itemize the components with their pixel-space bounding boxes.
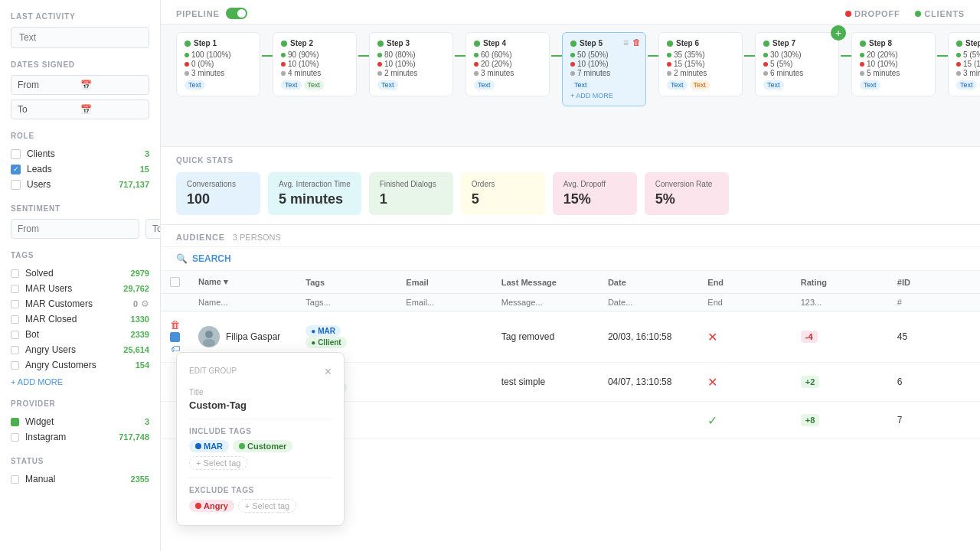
step-5-add-more[interactable]: + ADD MORE (570, 92, 638, 99)
col-email: Email (397, 271, 492, 294)
provider-label-widget: Widget (25, 416, 145, 427)
tag-count-angry-users: 25,614 (123, 345, 149, 354)
popup-dot-customer (239, 443, 245, 449)
filter-end[interactable] (707, 298, 782, 307)
status-count-manual: 2355 (131, 474, 149, 484)
role-checkbox-clients[interactable] (11, 149, 21, 159)
col-rating: Rating (792, 271, 888, 294)
pipeline-step-7[interactable]: + Step 7 30 (30%) 5 (5%) 6 minutes Text (755, 32, 839, 96)
step-7-plus-icon[interactable]: + (831, 25, 846, 41)
tag-item-mar-closed[interactable]: MAR Closed 1330 (11, 311, 149, 327)
popup-include-select-tag[interactable]: + Select tag (189, 456, 247, 470)
tags-add-more-link[interactable]: + ADD MORE (11, 377, 63, 386)
tag-checkbox-mar-users[interactable] (11, 285, 19, 293)
status-checkbox-manual[interactable] (11, 475, 19, 484)
popup-close-button[interactable]: × (325, 365, 332, 379)
step-8-row-2: 10 (10%) (860, 60, 927, 68)
dates-signed-section-title: DATES SIGNED (11, 60, 149, 69)
role-checkbox-users[interactable] (11, 180, 21, 190)
tag-checkbox-angry-users[interactable] (11, 346, 19, 354)
tag-checkbox-angry-customers[interactable] (11, 361, 19, 370)
audience-header: AUDIENCE 3 PERSONS (161, 225, 980, 247)
from-date-row[interactable]: From 📅 (11, 75, 149, 95)
edit-group-popup: EDIT GROUP × Title Custom-Tag Include ta… (176, 352, 345, 526)
popup-dot-angry (195, 503, 201, 509)
pipeline-step-9[interactable]: Step 9 5 (5%) 15 (15%) 3 minutes TextTex… (948, 32, 980, 96)
popup-tag-angry[interactable]: Angry (189, 500, 234, 512)
step-4-row-1: 60 (60%) (474, 51, 541, 59)
popup-exclude-select-tag[interactable]: + Select tag (238, 499, 296, 513)
select-all-checkbox[interactable] (170, 277, 180, 287)
filter-id[interactable] (897, 298, 971, 307)
tag-item-angry-customers[interactable]: Angry Customers 154 (11, 357, 149, 373)
last-activity-input[interactable] (11, 27, 149, 48)
filter-name[interactable] (198, 298, 287, 307)
tag-item-mar-users[interactable]: MAR Users 29,762 (11, 281, 149, 296)
pipeline-step-1[interactable]: Step 1 100 (100%) 0 (0%) 3 minutes Text (176, 32, 260, 96)
pipeline-step-5[interactable]: ≡ 🗑 Step 5 50 (50%) 10 (10%) 7 minutes T… (562, 32, 646, 106)
pipeline-step-4[interactable]: Step 4 60 (60%) 20 (20%) 3 minutes Text (466, 32, 550, 96)
pipeline-header: PIPELINE DROPOFF CLIENTS (161, 0, 980, 24)
filter-date[interactable] (608, 298, 689, 307)
step-1-row-2: 0 (0%) (185, 60, 252, 68)
last-activity-section-title: LAST ACTIVITY (11, 12, 149, 21)
stat-card-conversion-rate: Conversion Rate 5% (645, 172, 729, 215)
row-delete-icon-1[interactable]: 🗑 (170, 319, 180, 331)
row-rating-2: +2 (792, 363, 888, 402)
tag-item-bot[interactable]: Bot 2339 (11, 327, 149, 342)
role-item-users[interactable]: Users 717,137 (11, 177, 149, 192)
pipeline-step-2[interactable]: Step 2 90 (90%) 10 (10%) 4 minutes TextT… (273, 32, 357, 96)
provider-item-widget[interactable]: Widget 3 (11, 414, 149, 429)
to-date-row[interactable]: To 📅 (11, 99, 149, 119)
tag-checkbox-bot[interactable] (11, 331, 19, 339)
tags-section-title: TAGS (11, 251, 149, 259)
provider-checkbox-instagram[interactable] (11, 433, 19, 442)
sentiment-to-input[interactable] (145, 219, 161, 239)
row-end-1: ✕ (698, 311, 791, 363)
step-7-row-3: 6 minutes (763, 69, 831, 77)
sentiment-from-input[interactable] (11, 219, 139, 239)
status-item-manual[interactable]: Manual 2355 (11, 471, 149, 487)
tag-item-mar-customers[interactable]: MAR Customers 0 ⚙ (11, 296, 149, 311)
pipeline-title: PIPELINE (176, 9, 220, 18)
role-item-leads[interactable]: Leads 15 (11, 161, 149, 177)
pipeline-toggle[interactable] (226, 8, 247, 19)
tag-item-solved[interactable]: Solved 2979 (11, 266, 149, 281)
role-item-clients[interactable]: Clients 3 (11, 146, 149, 161)
status-label-manual: Manual (25, 474, 131, 484)
svg-point-1 (203, 339, 215, 347)
step-9-row-1: 5 (5%) (956, 51, 980, 59)
gear-icon[interactable]: ⚙ (141, 298, 149, 309)
audience-title: AUDIENCE (176, 233, 225, 242)
role-checkbox-leads[interactable] (11, 165, 21, 174)
tag-checkbox-solved[interactable] (11, 269, 19, 278)
step-6-tag-2: Text (690, 80, 710, 90)
popup-tag-mar[interactable]: MAR (189, 440, 229, 452)
filter-rating[interactable] (801, 298, 879, 307)
step-4-row-2: 20 (20%) (474, 60, 541, 68)
tag-checkbox-mar-customers[interactable] (11, 300, 19, 308)
pipeline-step-3[interactable]: Step 3 80 (80%) 10 (10%) 2 minutes Text (369, 32, 453, 96)
filter-email[interactable] (406, 298, 482, 307)
step-5-menu-icon[interactable]: ≡ (623, 37, 629, 48)
step-7-tag-1: Text (763, 80, 784, 90)
tag-item-angry-users[interactable]: Angry Users 25,614 (11, 342, 149, 357)
search-icon: 🔍 (176, 253, 188, 264)
clients-label: CLIENTS (915, 9, 965, 18)
search-row[interactable]: 🔍 SEARCH (161, 247, 980, 271)
stat-value-orders: 5 (472, 191, 534, 207)
filter-tags[interactable] (305, 298, 387, 307)
row-message-2: test simple (492, 363, 599, 402)
quick-stats-title: QUICK STATS (176, 156, 965, 165)
tag-checkbox-mar-closed[interactable] (11, 315, 19, 324)
filter-message[interactable] (501, 298, 590, 307)
row-end-2: ✕ (698, 363, 791, 402)
pipeline-step-6[interactable]: Step 6 35 (35%) 15 (15%) 2 minutes TextT… (658, 32, 743, 96)
popup-tag-customer[interactable]: Customer (233, 440, 292, 452)
pipeline-step-8[interactable]: Step 8 20 (20%) 10 (10%) 5 minutes Text (851, 32, 936, 96)
provider-checkbox-widget[interactable] (11, 418, 19, 426)
row-id-2: 6 (888, 363, 980, 402)
provider-item-instagram[interactable]: Instagram 717,748 (11, 429, 149, 445)
row-checkbox-1[interactable] (170, 332, 180, 342)
step-5-trash-icon[interactable]: 🗑 (632, 37, 641, 47)
